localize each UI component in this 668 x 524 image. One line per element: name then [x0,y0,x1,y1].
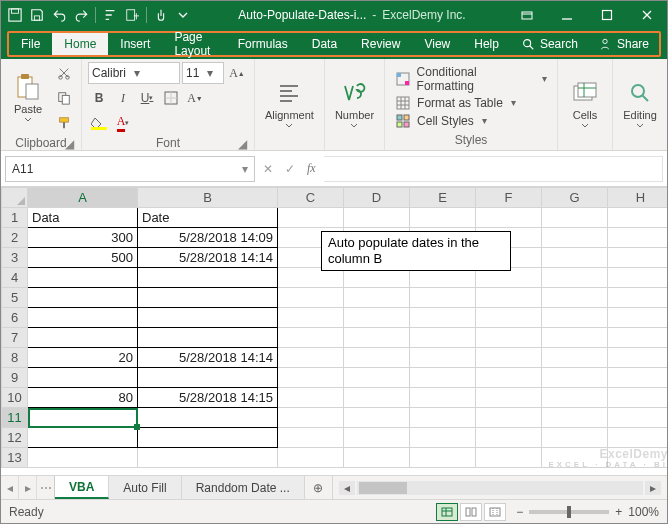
cell[interactable]: Date [138,208,278,228]
col-header-e[interactable]: E [410,188,476,208]
row-header[interactable]: 12 [2,428,28,448]
col-header-h[interactable]: H [608,188,668,208]
cell[interactable] [344,428,410,448]
cell[interactable] [608,328,668,348]
row-header[interactable]: 13 [2,448,28,468]
cell[interactable] [608,368,668,388]
cell[interactable] [542,248,608,268]
format-painter-icon[interactable] [53,112,75,134]
minimize-icon[interactable] [547,1,587,29]
row-header[interactable]: 10 [2,388,28,408]
cell[interactable] [476,368,542,388]
bold-button[interactable]: B [88,87,110,109]
cell[interactable] [278,288,344,308]
tab-nav-next-icon[interactable]: ▸ [19,476,37,499]
row-header[interactable]: 11 [2,408,28,428]
cell[interactable] [410,308,476,328]
cell[interactable] [138,408,278,428]
cell[interactable] [278,448,344,468]
zoom-in-icon[interactable]: + [615,505,622,519]
fx-icon[interactable]: fx [307,161,316,176]
conditional-formatting-button[interactable]: Conditional Formatting▾ [395,65,547,93]
cell[interactable] [28,308,138,328]
cell[interactable] [476,348,542,368]
grid[interactable]: A B C D E F G H 1DataDate 23005/28/2018 … [1,187,667,475]
cell[interactable]: 5/28/2018 14:14 [138,348,278,368]
alignment-button[interactable]: Alignment [261,76,318,132]
number-button[interactable]: Number [331,76,378,132]
cell[interactable] [476,288,542,308]
zoom-slider[interactable] [529,510,609,514]
cell[interactable] [278,328,344,348]
cell[interactable] [28,288,138,308]
col-header-d[interactable]: D [344,188,410,208]
cell[interactable] [410,348,476,368]
undo-icon[interactable] [49,5,69,25]
cell[interactable] [476,208,542,228]
row-header[interactable]: 8 [2,348,28,368]
cell[interactable] [410,208,476,228]
sheet-tab-random[interactable]: Randdom Date ... [182,476,305,499]
new-icon[interactable] [122,5,142,25]
cell[interactable]: 300 [28,228,138,248]
cell[interactable] [138,288,278,308]
scroll-right-icon[interactable]: ▸ [645,481,661,495]
cell[interactable] [344,388,410,408]
font-color-icon[interactable]: A▾ [112,112,134,134]
touch-icon[interactable] [151,5,171,25]
tab-page-layout[interactable]: Page Layout [162,33,225,55]
cell[interactable] [608,228,668,248]
scroll-left-icon[interactable]: ◂ [339,481,355,495]
cell[interactable] [542,288,608,308]
cell[interactable] [278,408,344,428]
cell[interactable] [542,348,608,368]
cell[interactable] [542,368,608,388]
tab-nav-more-icon[interactable]: ⋯ [37,476,55,499]
cell[interactable] [476,388,542,408]
save-icon[interactable] [27,5,47,25]
cell[interactable] [608,348,668,368]
cell[interactable] [138,428,278,448]
col-header-g[interactable]: G [542,188,608,208]
dialog-launcher-icon[interactable]: ◢ [236,138,248,150]
cell[interactable] [542,208,608,228]
cell[interactable] [410,448,476,468]
share-button[interactable]: Share [588,33,659,55]
row-header[interactable]: 6 [2,308,28,328]
cell[interactable] [138,308,278,328]
tab-home[interactable]: Home [52,33,108,55]
borders-icon[interactable] [160,87,182,109]
cell[interactable] [278,308,344,328]
cells-button[interactable]: Cells [564,76,606,132]
col-header-b[interactable]: B [138,188,278,208]
cell[interactable] [476,328,542,348]
name-box[interactable]: A11▾ [5,156,255,182]
cancel-formula-icon[interactable]: ✕ [263,162,273,176]
cell[interactable] [542,268,608,288]
row-header[interactable]: 9 [2,368,28,388]
row-header[interactable]: 5 [2,288,28,308]
tab-view[interactable]: View [412,33,462,55]
col-header-c[interactable]: C [278,188,344,208]
cell[interactable] [344,348,410,368]
cell[interactable] [542,408,608,428]
row-header[interactable]: 3 [2,248,28,268]
cell[interactable] [278,208,344,228]
cell[interactable] [410,328,476,348]
cell[interactable] [28,268,138,288]
zoom-value[interactable]: 100% [628,505,659,519]
cell[interactable] [344,288,410,308]
zoom-out-icon[interactable]: − [516,505,523,519]
cell[interactable] [138,328,278,348]
cell[interactable] [278,368,344,388]
font-size-combo[interactable]: 11▾ [182,62,224,84]
format-as-table-button[interactable]: Format as Table▾ [395,95,547,111]
maximize-icon[interactable] [587,1,627,29]
tab-insert[interactable]: Insert [108,33,162,55]
font-name-combo[interactable]: Calibri▾ [88,62,180,84]
cell[interactable] [476,308,542,328]
cell-selected[interactable] [28,408,138,428]
row-header[interactable]: 2 [2,228,28,248]
view-page-break-icon[interactable] [484,503,506,521]
cell[interactable] [28,428,138,448]
